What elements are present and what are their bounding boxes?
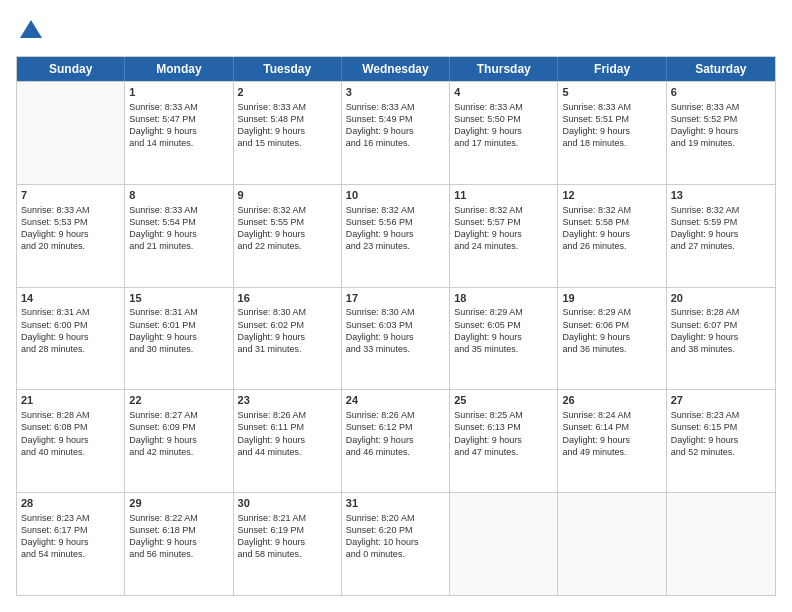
- sunset-text: Sunset: 5:52 PM: [671, 113, 771, 125]
- calendar-cell: 20Sunrise: 8:28 AMSunset: 6:07 PMDayligh…: [667, 288, 775, 390]
- sunset-text: Sunset: 6:08 PM: [21, 421, 120, 433]
- sunset-text: Sunset: 6:20 PM: [346, 524, 445, 536]
- calendar-cell: 23Sunrise: 8:26 AMSunset: 6:11 PMDayligh…: [234, 390, 342, 492]
- header-cell-thursday: Thursday: [450, 57, 558, 81]
- day-number: 29: [129, 496, 228, 511]
- calendar-cell: 30Sunrise: 8:21 AMSunset: 6:19 PMDayligh…: [234, 493, 342, 595]
- day-number: 27: [671, 393, 771, 408]
- sunrise-text: Sunrise: 8:31 AM: [129, 306, 228, 318]
- daylight-text-2: and 38 minutes.: [671, 343, 771, 355]
- daylight-text: Daylight: 9 hours: [21, 331, 120, 343]
- calendar-cell: 25Sunrise: 8:25 AMSunset: 6:13 PMDayligh…: [450, 390, 558, 492]
- day-number: 6: [671, 85, 771, 100]
- sunrise-text: Sunrise: 8:33 AM: [129, 101, 228, 113]
- sunrise-text: Sunrise: 8:28 AM: [671, 306, 771, 318]
- calendar-cell: 19Sunrise: 8:29 AMSunset: 6:06 PMDayligh…: [558, 288, 666, 390]
- sunrise-text: Sunrise: 8:32 AM: [671, 204, 771, 216]
- daylight-text-2: and 14 minutes.: [129, 137, 228, 149]
- day-number: 18: [454, 291, 553, 306]
- daylight-text: Daylight: 9 hours: [129, 125, 228, 137]
- calendar-row-2: 14Sunrise: 8:31 AMSunset: 6:00 PMDayligh…: [17, 287, 775, 390]
- sunset-text: Sunset: 5:54 PM: [129, 216, 228, 228]
- daylight-text: Daylight: 9 hours: [562, 228, 661, 240]
- daylight-text: Daylight: 9 hours: [346, 125, 445, 137]
- header: [16, 16, 776, 46]
- calendar-cell: 5Sunrise: 8:33 AMSunset: 5:51 PMDaylight…: [558, 82, 666, 184]
- daylight-text-2: and 58 minutes.: [238, 548, 337, 560]
- sunset-text: Sunset: 6:00 PM: [21, 319, 120, 331]
- calendar-cell: 22Sunrise: 8:27 AMSunset: 6:09 PMDayligh…: [125, 390, 233, 492]
- sunrise-text: Sunrise: 8:31 AM: [21, 306, 120, 318]
- daylight-text-2: and 49 minutes.: [562, 446, 661, 458]
- daylight-text: Daylight: 9 hours: [129, 536, 228, 548]
- calendar-cell: 27Sunrise: 8:23 AMSunset: 6:15 PMDayligh…: [667, 390, 775, 492]
- calendar-cell: 1Sunrise: 8:33 AMSunset: 5:47 PMDaylight…: [125, 82, 233, 184]
- sunset-text: Sunset: 6:15 PM: [671, 421, 771, 433]
- day-number: 14: [21, 291, 120, 306]
- day-number: 2: [238, 85, 337, 100]
- sunset-text: Sunset: 6:11 PM: [238, 421, 337, 433]
- day-number: 11: [454, 188, 553, 203]
- calendar-row-1: 7Sunrise: 8:33 AMSunset: 5:53 PMDaylight…: [17, 184, 775, 287]
- day-number: 8: [129, 188, 228, 203]
- sunrise-text: Sunrise: 8:32 AM: [454, 204, 553, 216]
- sunrise-text: Sunrise: 8:33 AM: [129, 204, 228, 216]
- sunrise-text: Sunrise: 8:32 AM: [346, 204, 445, 216]
- day-number: 19: [562, 291, 661, 306]
- sunset-text: Sunset: 5:50 PM: [454, 113, 553, 125]
- daylight-text: Daylight: 9 hours: [21, 434, 120, 446]
- sunset-text: Sunset: 6:03 PM: [346, 319, 445, 331]
- daylight-text-2: and 35 minutes.: [454, 343, 553, 355]
- calendar-cell: 18Sunrise: 8:29 AMSunset: 6:05 PMDayligh…: [450, 288, 558, 390]
- daylight-text: Daylight: 9 hours: [129, 331, 228, 343]
- daylight-text: Daylight: 9 hours: [346, 434, 445, 446]
- calendar-row-0: 1Sunrise: 8:33 AMSunset: 5:47 PMDaylight…: [17, 81, 775, 184]
- header-cell-sunday: Sunday: [17, 57, 125, 81]
- daylight-text-2: and 24 minutes.: [454, 240, 553, 252]
- header-cell-saturday: Saturday: [667, 57, 775, 81]
- daylight-text: Daylight: 9 hours: [562, 331, 661, 343]
- sunset-text: Sunset: 6:07 PM: [671, 319, 771, 331]
- daylight-text: Daylight: 9 hours: [346, 331, 445, 343]
- day-number: 15: [129, 291, 228, 306]
- sunrise-text: Sunrise: 8:33 AM: [21, 204, 120, 216]
- sunset-text: Sunset: 6:18 PM: [129, 524, 228, 536]
- daylight-text-2: and 21 minutes.: [129, 240, 228, 252]
- daylight-text: Daylight: 9 hours: [671, 331, 771, 343]
- sunset-text: Sunset: 5:59 PM: [671, 216, 771, 228]
- sunrise-text: Sunrise: 8:26 AM: [238, 409, 337, 421]
- calendar-row-3: 21Sunrise: 8:28 AMSunset: 6:08 PMDayligh…: [17, 389, 775, 492]
- calendar-cell: 17Sunrise: 8:30 AMSunset: 6:03 PMDayligh…: [342, 288, 450, 390]
- daylight-text: Daylight: 9 hours: [129, 228, 228, 240]
- calendar-cell: 14Sunrise: 8:31 AMSunset: 6:00 PMDayligh…: [17, 288, 125, 390]
- sunrise-text: Sunrise: 8:23 AM: [21, 512, 120, 524]
- calendar-cell: 21Sunrise: 8:28 AMSunset: 6:08 PMDayligh…: [17, 390, 125, 492]
- daylight-text: Daylight: 9 hours: [454, 331, 553, 343]
- daylight-text-2: and 30 minutes.: [129, 343, 228, 355]
- sunrise-text: Sunrise: 8:20 AM: [346, 512, 445, 524]
- day-number: 3: [346, 85, 445, 100]
- sunrise-text: Sunrise: 8:24 AM: [562, 409, 661, 421]
- sunset-text: Sunset: 6:09 PM: [129, 421, 228, 433]
- daylight-text-2: and 27 minutes.: [671, 240, 771, 252]
- page: SundayMondayTuesdayWednesdayThursdayFrid…: [0, 0, 792, 612]
- sunset-text: Sunset: 5:58 PM: [562, 216, 661, 228]
- sunrise-text: Sunrise: 8:21 AM: [238, 512, 337, 524]
- daylight-text-2: and 22 minutes.: [238, 240, 337, 252]
- calendar-cell: 15Sunrise: 8:31 AMSunset: 6:01 PMDayligh…: [125, 288, 233, 390]
- daylight-text-2: and 42 minutes.: [129, 446, 228, 458]
- calendar-cell: [667, 493, 775, 595]
- header-cell-monday: Monday: [125, 57, 233, 81]
- daylight-text-2: and 33 minutes.: [346, 343, 445, 355]
- sunset-text: Sunset: 6:05 PM: [454, 319, 553, 331]
- day-number: 24: [346, 393, 445, 408]
- calendar-cell: 28Sunrise: 8:23 AMSunset: 6:17 PMDayligh…: [17, 493, 125, 595]
- day-number: 26: [562, 393, 661, 408]
- day-number: 13: [671, 188, 771, 203]
- sunrise-text: Sunrise: 8:33 AM: [238, 101, 337, 113]
- daylight-text-2: and 16 minutes.: [346, 137, 445, 149]
- sunrise-text: Sunrise: 8:25 AM: [454, 409, 553, 421]
- sunset-text: Sunset: 5:48 PM: [238, 113, 337, 125]
- daylight-text: Daylight: 9 hours: [238, 536, 337, 548]
- daylight-text-2: and 31 minutes.: [238, 343, 337, 355]
